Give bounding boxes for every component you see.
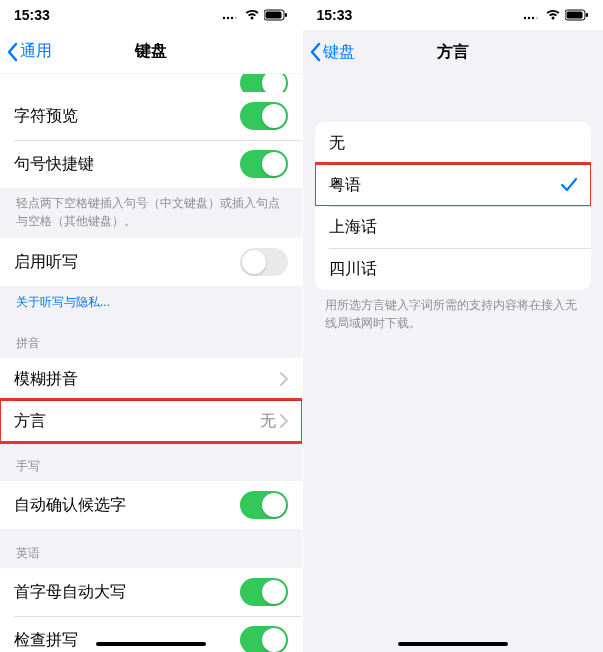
option-shanghainese[interactable]: 上海话 — [315, 206, 592, 248]
check-spelling-toggle[interactable] — [240, 626, 288, 652]
fuzzy-pinyin-label: 模糊拼音 — [14, 369, 78, 390]
check-spelling-label: 检查拼写 — [14, 630, 78, 651]
svg-rect-5 — [265, 12, 281, 19]
status-bar: 15:33 — [303, 0, 604, 30]
auto-cap-label: 首字母自动大写 — [14, 582, 126, 603]
chevron-left-icon — [6, 42, 18, 62]
nav-bar: 键盘 方言 — [303, 30, 604, 74]
cellular-icon — [222, 10, 240, 20]
chevron-right-icon — [280, 372, 288, 386]
char-preview-row[interactable]: 字符预览 — [0, 92, 302, 140]
auto-confirm-toggle[interactable] — [240, 491, 288, 519]
wifi-icon — [545, 9, 561, 21]
section-english: 英语 — [0, 529, 302, 568]
footer-text: 用所选方言键入字词所需的支持内容将在接入无线局域网时下载。 — [303, 290, 604, 340]
svg-point-3 — [234, 17, 236, 19]
footer-text-1: 轻点两下空格键插入句号（中文键盘）或插入句点与空格（其他键盘）。 — [0, 188, 302, 238]
check-spelling-row[interactable]: 检查拼写 — [0, 616, 302, 652]
left-screen: 15:33 通用 键盘 字符预览 — [0, 0, 302, 652]
svg-rect-13 — [586, 13, 588, 17]
dialect-row[interactable]: 方言 无 — [0, 400, 302, 442]
svg-point-7 — [524, 17, 526, 19]
option-sichuanese[interactable]: 四川话 — [315, 248, 592, 290]
status-time: 15:33 — [14, 7, 50, 23]
option-cantonese-label: 粤语 — [329, 175, 361, 196]
period-shortcut-label: 句号快捷键 — [14, 154, 94, 175]
status-time: 15:33 — [317, 7, 353, 23]
dictation-label: 启用听写 — [14, 252, 78, 273]
section-pinyin: 拼音 — [0, 319, 302, 358]
back-button[interactable]: 通用 — [6, 41, 52, 62]
chevron-right-icon — [280, 414, 288, 428]
svg-point-8 — [528, 17, 530, 19]
option-sichuanese-label: 四川话 — [329, 259, 377, 280]
checkmark-icon — [561, 178, 577, 192]
right-screen: 15:33 键盘 方言 无 粤语 — [302, 0, 604, 652]
dictation-row[interactable]: 启用听写 — [0, 238, 302, 286]
content: 字符预览 句号快捷键 轻点两下空格键插入句号（中文键盘）或插入句点与空格（其他键… — [0, 74, 302, 652]
cellular-icon — [523, 10, 541, 20]
section-handwriting: 手写 — [0, 442, 302, 481]
auto-cap-row[interactable]: 首字母自动大写 — [0, 568, 302, 616]
period-shortcut-toggle[interactable] — [240, 150, 288, 178]
svg-point-9 — [532, 17, 534, 19]
auto-confirm-label: 自动确认候选字 — [14, 495, 126, 516]
char-preview-label: 字符预览 — [14, 106, 78, 127]
fuzzy-pinyin-row[interactable]: 模糊拼音 — [0, 358, 302, 400]
option-none[interactable]: 无 — [315, 122, 592, 164]
dictation-privacy-link[interactable]: 关于听写与隐私... — [0, 286, 302, 319]
peek-row — [0, 74, 302, 92]
wifi-icon — [244, 9, 260, 21]
dialect-value: 无 — [260, 411, 276, 432]
battery-icon — [264, 9, 288, 21]
char-preview-toggle[interactable] — [240, 102, 288, 130]
option-cantonese[interactable]: 粤语 — [315, 164, 592, 206]
status-icons — [222, 9, 288, 21]
back-label: 键盘 — [323, 42, 355, 63]
content: 无 粤语 上海话 四川话 用所选方言键入字词所需的支持内容将在接入无线局域网时下… — [303, 74, 604, 652]
option-shanghainese-label: 上海话 — [329, 217, 377, 238]
period-shortcut-row[interactable]: 句号快捷键 — [0, 140, 302, 188]
option-none-label: 无 — [329, 133, 345, 154]
battery-icon — [565, 9, 589, 21]
dictation-toggle[interactable] — [240, 248, 288, 276]
back-button[interactable]: 键盘 — [309, 42, 355, 63]
home-indicator — [96, 642, 206, 646]
dialect-label: 方言 — [14, 411, 46, 432]
svg-point-0 — [222, 17, 224, 19]
status-bar: 15:33 — [0, 0, 302, 30]
svg-rect-6 — [285, 13, 287, 17]
auto-cap-toggle[interactable] — [240, 578, 288, 606]
back-label: 通用 — [20, 41, 52, 62]
svg-point-1 — [226, 17, 228, 19]
nav-bar: 通用 键盘 — [0, 30, 302, 74]
auto-confirm-row[interactable]: 自动确认候选字 — [0, 481, 302, 529]
chevron-left-icon — [309, 42, 321, 62]
svg-rect-12 — [567, 12, 583, 19]
svg-point-10 — [536, 17, 538, 19]
status-icons — [523, 9, 589, 21]
home-indicator — [398, 642, 508, 646]
svg-point-2 — [230, 17, 232, 19]
